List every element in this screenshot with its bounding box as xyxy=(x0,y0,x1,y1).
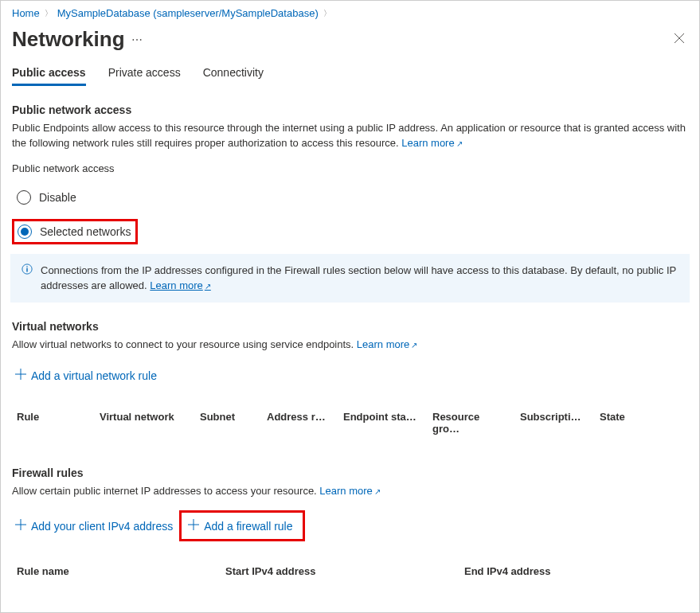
col-rule: Rule xyxy=(17,411,100,435)
more-menu-button[interactable]: ⋯ xyxy=(131,33,143,46)
page-title: Networking xyxy=(12,27,125,52)
col-endpoint-status: Endpoint sta… xyxy=(343,411,432,435)
pna-description: Public Endpoints allow access to this re… xyxy=(12,121,688,151)
col-vnet: Virtual network xyxy=(100,411,200,435)
vnet-description: Allow virtual networks to connect to you… xyxy=(12,338,688,353)
close-button[interactable] xyxy=(671,29,688,50)
pna-learn-more-link[interactable]: Learn more↗ xyxy=(401,137,462,149)
tab-public-access[interactable]: Public access xyxy=(12,66,86,86)
col-start-ip: Start IPv4 address xyxy=(225,565,464,577)
chevron-right-icon: 〉 xyxy=(322,8,333,19)
radio-disable-label: Disable xyxy=(39,191,76,204)
radio-selected-networks-label: Selected networks xyxy=(40,225,131,238)
col-rule-name: Rule name xyxy=(17,565,225,577)
plus-icon xyxy=(15,519,26,533)
breadcrumb-home[interactable]: Home xyxy=(12,7,40,19)
vnet-learn-more-link[interactable]: Learn more↗ xyxy=(357,338,417,350)
close-icon xyxy=(674,33,685,44)
fw-heading: Firewall rules xyxy=(12,467,688,479)
fw-learn-more-link[interactable]: Learn more↗ xyxy=(319,485,380,497)
info-banner: Connections from the IP addresses config… xyxy=(10,254,690,303)
fw-description: Allow certain public internet IP address… xyxy=(12,484,688,499)
svg-rect-2 xyxy=(26,267,27,271)
add-firewall-rule-button[interactable]: Add a firewall rule xyxy=(185,514,295,537)
col-subscription: Subscripti… xyxy=(520,411,600,435)
external-link-icon: ↗ xyxy=(205,282,211,291)
fw-table-header: Rule name Start IPv4 address End IPv4 ad… xyxy=(17,565,688,577)
pna-field-label: Public network access xyxy=(12,162,688,174)
col-end-ip: End IPv4 address xyxy=(464,565,688,577)
external-link-icon: ↗ xyxy=(456,139,463,148)
add-vnet-rule-button[interactable]: Add a virtual network rule xyxy=(12,364,160,387)
plus-icon xyxy=(188,519,199,533)
highlight-selected-networks: Selected networks xyxy=(12,219,138,244)
col-state: State xyxy=(600,411,647,435)
chevron-right-icon: 〉 xyxy=(43,8,54,19)
vnet-heading: Virtual networks xyxy=(12,320,688,333)
plus-icon xyxy=(15,369,26,382)
tab-private-access[interactable]: Private access xyxy=(108,66,181,86)
breadcrumb: Home 〉 MySampleDatabase (sampleserver/My… xyxy=(12,7,688,19)
radio-disable[interactable]: Disable xyxy=(17,190,688,205)
external-link-icon: ↗ xyxy=(374,487,381,496)
svg-point-1 xyxy=(26,266,28,267)
breadcrumb-database[interactable]: MySampleDatabase (sampleserver/MySampleD… xyxy=(57,7,319,19)
radio-icon-unchecked xyxy=(17,190,31,205)
tabs: Public access Private access Connectivit… xyxy=(12,66,688,86)
col-subnet: Subnet xyxy=(200,411,267,435)
highlight-add-firewall-rule: Add a firewall rule xyxy=(179,510,304,541)
external-link-icon: ↗ xyxy=(411,341,417,349)
radio-selected-networks[interactable]: Selected networks xyxy=(18,225,131,239)
tab-connectivity[interactable]: Connectivity xyxy=(203,66,264,86)
radio-icon-checked xyxy=(18,225,32,239)
info-banner-learn-more-link[interactable]: Learn more↗ xyxy=(150,279,210,291)
add-client-ip-button[interactable]: Add your client IPv4 address xyxy=(12,514,176,537)
vnet-table-header: Rule Virtual network Subnet Address r… E… xyxy=(17,411,688,435)
info-banner-text: Connections from the IP addresses config… xyxy=(41,264,676,291)
info-icon xyxy=(22,264,33,294)
col-resource-group: Resource gro… xyxy=(432,411,520,435)
col-address-range: Address r… xyxy=(267,411,343,435)
pna-heading: Public network access xyxy=(12,103,688,116)
